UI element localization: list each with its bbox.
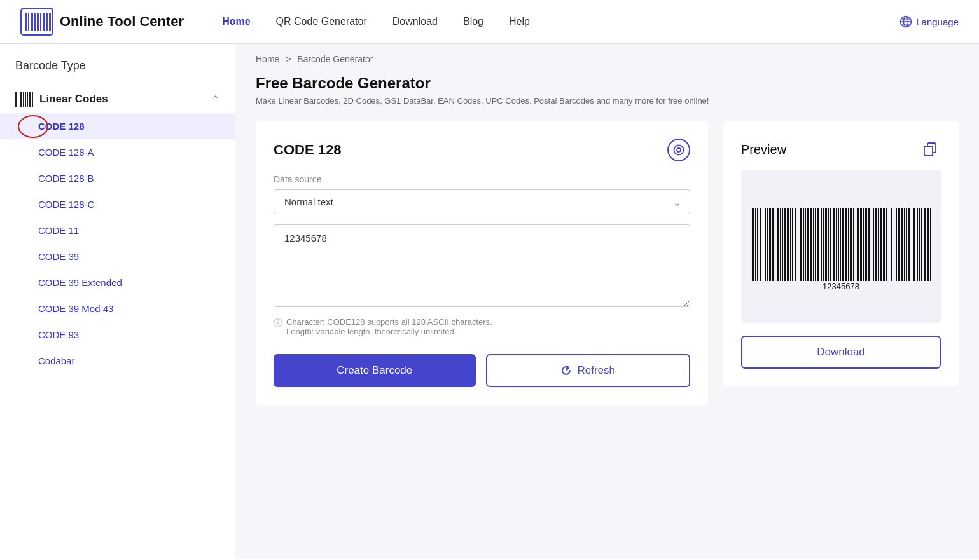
svg-rect-80 [886,208,887,281]
svg-rect-78 [880,208,882,281]
svg-rect-31 [763,208,763,281]
sidebar-item-code39ext[interactable]: CODE 39 Extended [0,270,235,296]
sidebar-item-code128c[interactable]: CODE 128-C [0,191,235,217]
language-button[interactable]: Language [899,15,959,28]
main-nav: Home QR Code Generator Download Blog Hel… [222,16,874,27]
svg-rect-42 [790,208,791,281]
svg-rect-21 [29,92,31,107]
svg-rect-84 [896,208,897,281]
svg-rect-4 [34,13,36,31]
svg-point-24 [677,148,681,152]
card-title-row: CODE 128 [274,139,690,161]
svg-rect-48 [805,208,806,281]
preview-title-text: Preview [741,142,786,157]
svg-rect-87 [904,208,905,281]
svg-rect-73 [868,208,870,281]
page-subtitle: Make Linear Barcodes, 2D Codes, GS1 Data… [256,96,959,106]
svg-rect-59 [833,208,835,281]
data-source-select[interactable]: Normal text [274,189,690,214]
svg-rect-44 [795,208,796,281]
sidebar-item-code11[interactable]: CODE 11 [0,217,235,243]
download-button[interactable]: Download [741,336,941,369]
svg-rect-85 [898,208,900,281]
svg-rect-9 [49,13,51,31]
refresh-label: Refresh [577,364,615,377]
svg-rect-62 [840,208,841,281]
svg-rect-64 [845,208,847,281]
svg-rect-40 [784,208,786,281]
svg-rect-82 [891,208,892,281]
svg-point-23 [674,146,684,155]
barcode-svg: 12345678 [746,208,936,290]
breadcrumb: Home > Barcode Generator [235,44,979,74]
settings-button[interactable] [667,139,690,161]
svg-rect-63 [842,208,844,281]
svg-rect-22 [32,92,33,107]
svg-text:12345678: 12345678 [823,282,859,290]
barcode-text-input[interactable]: 12345678 [274,224,690,307]
nav-qr[interactable]: QR Code Generator [276,16,367,27]
info-icon: ⓘ [274,318,282,329]
sidebar-item-code93[interactable]: CODE 93 [0,322,235,348]
breadcrumb-home[interactable]: Home [256,54,279,64]
svg-rect-67 [853,208,854,281]
svg-rect-76 [875,208,877,281]
sidebar-item-code128b[interactable]: CODE 128-B [0,165,235,191]
logo-text: Online Tool Center [60,13,184,30]
data-source-label: Data source [274,174,690,184]
action-buttons: Create Barcode Refresh [274,354,690,387]
sidebar-item-codabar[interactable]: Codabar [0,348,235,374]
create-barcode-button[interactable]: Create Barcode [274,354,476,387]
svg-rect-83 [894,208,894,281]
svg-rect-75 [873,208,874,281]
main-content: Home > Barcode Generator Free Barcode Ge… [235,44,979,559]
svg-rect-39 [782,208,783,281]
refresh-button[interactable]: Refresh [486,354,691,387]
svg-rect-54 [821,208,822,281]
svg-rect-35 [772,208,774,281]
logo-icon [20,8,53,36]
sidebar: Barcode Type Linear Codes ⌃ CODE 128 [0,44,235,559]
breadcrumb-current: Barcode Generator [297,54,373,64]
svg-rect-91 [913,208,915,281]
page-title: Free Barcode Generator [256,74,959,92]
nav-home[interactable]: Home [222,16,250,27]
svg-rect-36 [775,208,775,281]
svg-rect-79 [883,208,885,281]
svg-rect-93 [919,208,920,281]
sidebar-title: Barcode Type [0,59,235,85]
chevron-up-icon: ⌃ [211,93,219,106]
copy-button[interactable] [919,139,941,160]
svg-rect-50 [810,208,812,281]
preview-card: Preview [723,121,959,386]
nav-blog[interactable]: Blog [463,16,483,27]
barcode-preview-area: 12345678 [741,170,941,323]
sidebar-item-code128[interactable]: CODE 128 [0,113,235,139]
svg-rect-70 [860,208,862,281]
sidebar-item-code39mod43[interactable]: CODE 39 Mod 43 [0,296,235,322]
svg-rect-53 [817,208,819,281]
sidebar-item-code128a[interactable]: CODE 128-A [0,139,235,165]
barcode-config-card: CODE 128 Data source Normal text [256,121,708,405]
svg-rect-28 [755,208,756,281]
svg-rect-34 [769,208,771,281]
svg-rect-27 [752,208,754,281]
svg-rect-30 [760,208,761,281]
svg-rect-74 [871,208,871,281]
globe-icon [899,15,912,28]
linear-codes-header-left: Linear Codes [15,92,108,107]
svg-rect-86 [901,208,903,281]
svg-rect-55 [823,208,824,281]
svg-rect-45 [798,208,798,281]
svg-rect-29 [757,208,758,281]
svg-rect-6 [40,13,41,31]
svg-rect-18 [23,92,24,107]
svg-rect-46 [800,208,802,281]
sidebar-item-code39[interactable]: CODE 39 [0,243,235,270]
nav-help[interactable]: Help [509,16,530,27]
svg-rect-26 [924,146,933,156]
card-title-text: CODE 128 [274,142,341,158]
linear-codes-section[interactable]: Linear Codes ⌃ [0,85,235,113]
nav-download[interactable]: Download [392,16,438,27]
svg-rect-37 [777,208,779,281]
